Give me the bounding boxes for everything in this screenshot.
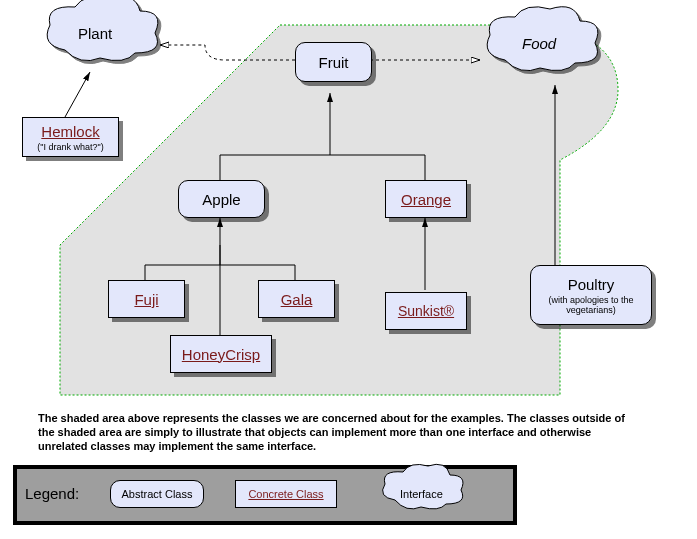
poultry-box: Poultry (with apologies to the vegetaria… <box>530 265 652 325</box>
apple-label: Apple <box>202 191 240 208</box>
legend-abstract-label: Abstract Class <box>122 488 193 500</box>
sunkist-label: Sunkist® <box>398 303 454 319</box>
apple-box: Apple <box>178 180 265 218</box>
fruit-label: Fruit <box>319 54 349 71</box>
legend-label: Legend: <box>25 485 79 502</box>
edge-hemlock-plant <box>65 72 90 117</box>
fuji-box: Fuji <box>108 280 185 318</box>
fuji-label: Fuji <box>134 291 158 308</box>
gala-label: Gala <box>281 291 313 308</box>
honeycrisp-label: HoneyCrisp <box>182 346 260 363</box>
poultry-sub: (with apologies to the vegetarians) <box>531 295 651 315</box>
hemlock-sub: ("I drank what?") <box>37 142 103 152</box>
food-label: Food <box>522 35 556 52</box>
fruit-box: Fruit <box>295 42 372 82</box>
caption-text: The shaded area above represents the cla… <box>38 412 643 453</box>
hemlock-box: Hemlock ("I drank what?") <box>22 117 119 157</box>
honeycrisp-box: HoneyCrisp <box>170 335 272 373</box>
legend-abstract-box: Abstract Class <box>110 480 204 508</box>
hemlock-label: Hemlock <box>41 123 99 140</box>
legend-concrete-box: Concrete Class <box>235 480 337 508</box>
poultry-label: Poultry <box>568 276 615 293</box>
legend-concrete-label: Concrete Class <box>248 488 323 500</box>
legend-interface-label: Interface <box>400 488 443 500</box>
gala-box: Gala <box>258 280 335 318</box>
orange-label: Orange <box>401 191 451 208</box>
diagram-stage: Plant Food Hemlock ("I drank what?") Fru… <box>0 0 697 539</box>
sunkist-box: Sunkist® <box>385 292 467 330</box>
orange-box: Orange <box>385 180 467 218</box>
plant-label: Plant <box>78 25 112 42</box>
